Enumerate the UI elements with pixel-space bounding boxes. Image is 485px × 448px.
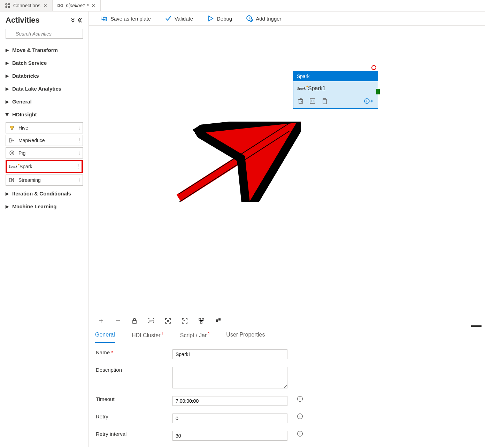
category-ml[interactable]: ▶Machine Learning (6, 200, 83, 213)
svg-rect-27 (202, 318, 204, 320)
retry-interval-input[interactable] (172, 431, 287, 441)
activity-streaming[interactable]: Streaming ⦙⦙ (6, 175, 83, 186)
category-move-transform[interactable]: ▶Move & Transform (6, 44, 83, 56)
svg-point-1 (8, 3, 10, 5)
retry-input[interactable] (172, 414, 287, 423)
category-data-lake[interactable]: ▶Data Lake Analytics (6, 82, 83, 95)
zoom-fit-icon[interactable] (165, 318, 171, 324)
svg-rect-14 (103, 17, 107, 21)
grip-icon: ⦙⦙ (79, 125, 80, 131)
spark-icon: Spark (298, 85, 305, 92)
spark-activity-node[interactable]: Spark Spark Spark1 (293, 71, 378, 109)
close-icon[interactable]: ✕ (91, 3, 95, 8)
tab-general[interactable]: General (95, 327, 115, 343)
properties-form: Name * Description Timeout i Retry i Ret… (89, 343, 485, 447)
svg-line-22 (179, 127, 290, 198)
add-output-icon[interactable] (364, 98, 374, 104)
svg-point-10 (12, 152, 13, 153)
tab-connections[interactable]: Connections ✕ (0, 0, 53, 11)
svg-rect-19 (323, 100, 326, 104)
streaming-icon (9, 177, 15, 183)
description-input[interactable] (172, 367, 287, 388)
svg-rect-12 (9, 178, 11, 182)
activity-mapreduce[interactable]: MapReduce ⦙⦙ (6, 135, 83, 146)
grip-icon: ⦙⦙ (79, 138, 80, 144)
minimap-icon[interactable] (215, 318, 221, 324)
svg-rect-7 (9, 139, 11, 142)
retry-label: Retry (96, 414, 165, 419)
property-tabs: General HDI Cluster1 Script / Jar2 User … (89, 327, 485, 343)
grip-icon: ⦙⦙ (79, 177, 80, 183)
category-iteration[interactable]: ▶Iteration & Conditionals (6, 187, 83, 200)
zoom-out-icon[interactable] (115, 318, 121, 324)
fullscreen-icon[interactable] (182, 318, 188, 324)
svg-text:100%: 100% (149, 319, 154, 322)
delete-icon[interactable] (298, 98, 304, 104)
svg-rect-23 (133, 320, 136, 323)
info-icon[interactable]: i (297, 396, 303, 402)
svg-rect-5 (61, 5, 63, 7)
svg-point-25 (167, 320, 169, 322)
category-databricks[interactable]: ▶Databricks (6, 69, 83, 82)
svg-point-0 (6, 3, 7, 5)
collapse-sidebar-icon[interactable] (78, 18, 83, 23)
tab-pipeline[interactable]: pipeline1 * ✕ (53, 0, 101, 11)
status-indicator-icon (371, 65, 376, 70)
copy-icon[interactable] (321, 98, 328, 104)
svg-point-3 (8, 6, 10, 8)
zoom-100-icon[interactable]: 100% (148, 318, 154, 324)
close-icon[interactable]: ✕ (43, 3, 47, 8)
retry-interval-label: Retry interval (96, 431, 165, 437)
grip-icon: ⦙⦙ (79, 150, 80, 156)
timeout-label: Timeout (96, 396, 165, 402)
svg-rect-13 (102, 16, 105, 20)
info-icon[interactable]: i (297, 431, 303, 437)
tab-label: pipeline1 * (66, 3, 88, 8)
activity-spark[interactable]: Spark Spark ⦙⦙ (6, 160, 83, 173)
description-label: Description (96, 367, 165, 373)
zoom-in-icon[interactable] (98, 318, 104, 324)
svg-point-11 (11, 153, 13, 154)
svg-line-21 (179, 127, 290, 198)
output-handle[interactable] (376, 89, 380, 94)
timeout-input[interactable] (172, 396, 287, 406)
tabs-bar: Connections ✕ pipeline1 * ✕ (0, 0, 485, 11)
validate-button[interactable]: Validate (165, 15, 193, 22)
activities-sidebar: Activities ▶Move & Transform ▶Batch Serv… (0, 11, 89, 447)
svg-rect-18 (310, 99, 315, 103)
auto-layout-icon[interactable] (198, 318, 205, 324)
canvas-toolbar: 100% (89, 314, 485, 327)
category-batch-service[interactable]: ▶Batch Service (6, 56, 83, 69)
code-icon[interactable] (309, 98, 316, 104)
svg-rect-4 (58, 5, 60, 7)
category-hdinsight[interactable]: ▶HDInsight (6, 108, 83, 121)
hive-icon (9, 125, 15, 131)
connections-icon (5, 3, 10, 8)
spark-icon: Spark (10, 163, 16, 170)
tab-script-jar[interactable]: Script / Jar2 (180, 327, 210, 343)
pig-icon (9, 150, 15, 156)
resize-handle[interactable] (471, 325, 482, 327)
sidebar-title: Activities (6, 16, 40, 25)
debug-button[interactable]: Debug (207, 15, 232, 22)
pipeline-canvas[interactable]: Spark Spark Spark1 (89, 26, 485, 314)
grip-icon: ⦙⦙ (78, 164, 79, 170)
svg-point-2 (6, 6, 7, 8)
annotation-arrow (175, 122, 301, 202)
search-activities-input[interactable] (6, 29, 83, 39)
activity-pig[interactable]: Pig ⦙⦙ (6, 147, 83, 159)
mapreduce-icon (9, 137, 15, 144)
lock-icon[interactable] (131, 318, 138, 324)
tab-user-properties[interactable]: User Properties (226, 327, 265, 343)
pipeline-icon (57, 3, 63, 8)
name-label: Name * (96, 349, 165, 355)
category-general[interactable]: ▶General (6, 95, 83, 108)
save-template-button[interactable]: Save as template (101, 15, 151, 22)
tab-hdi-cluster[interactable]: HDI Cluster1 (132, 327, 163, 343)
collapse-all-icon[interactable] (70, 18, 75, 23)
add-trigger-button[interactable]: Add trigger (246, 15, 281, 22)
info-icon[interactable]: i (297, 414, 303, 419)
svg-rect-29 (216, 319, 218, 322)
activity-hive[interactable]: Hive ⦙⦙ (6, 122, 83, 133)
name-input[interactable] (172, 349, 287, 359)
